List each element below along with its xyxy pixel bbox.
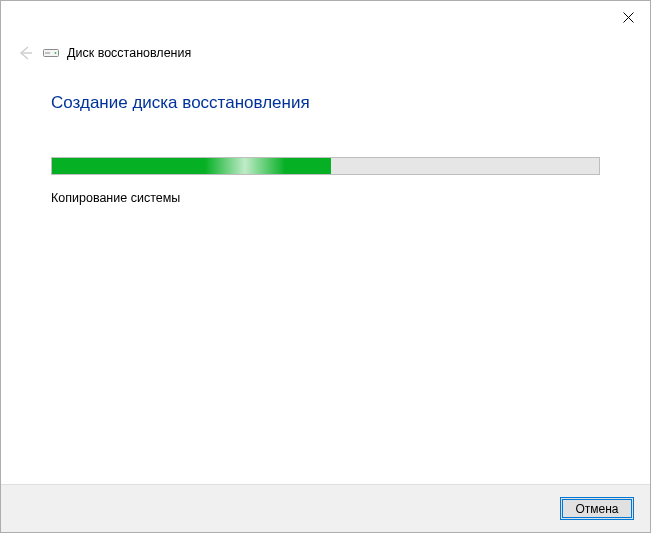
svg-rect-5 [45, 52, 50, 54]
titlebar [1, 1, 650, 33]
close-icon [623, 12, 634, 23]
content-area: Создание диска восстановления Копировани… [1, 63, 650, 484]
cancel-button[interactable]: Отмена [560, 497, 634, 520]
window-title: Диск восстановления [67, 46, 191, 60]
drive-icon [43, 47, 59, 59]
progress-bar [51, 157, 600, 175]
status-text: Копирование системы [51, 191, 600, 205]
wizard-window: Диск восстановления Создание диска восст… [0, 0, 651, 533]
page-title: Создание диска восстановления [51, 93, 600, 113]
close-button[interactable] [606, 3, 650, 31]
footer: Отмена [1, 484, 650, 532]
back-arrow-icon [16, 44, 34, 62]
back-button [15, 43, 35, 63]
svg-point-4 [55, 52, 57, 54]
progress-fill [52, 158, 331, 174]
header-row: Диск восстановления [1, 43, 650, 63]
